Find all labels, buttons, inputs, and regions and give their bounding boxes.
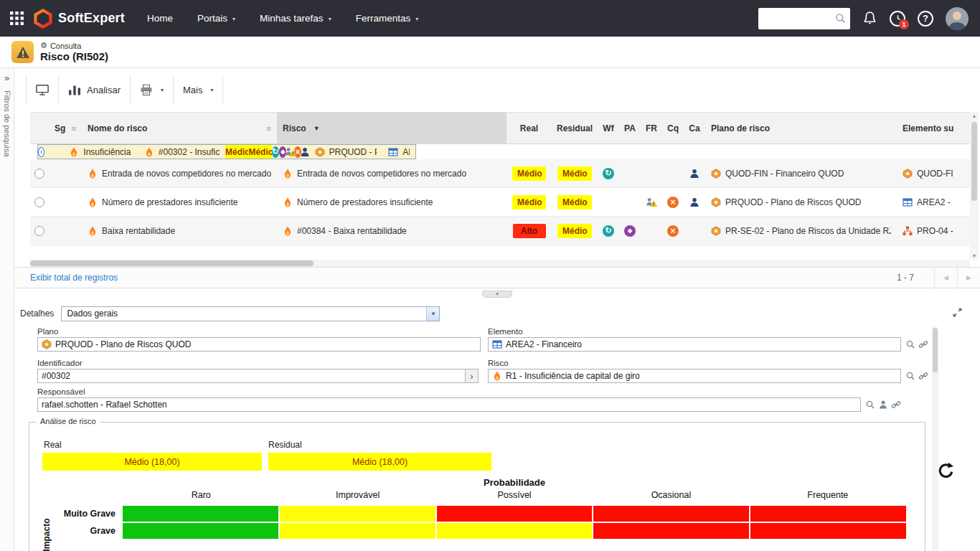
grid-header-row: Sg≡ Nome do risco≡ Risco▼ Real Residual … bbox=[30, 112, 970, 144]
action-plan-status-icon[interactable]: ◆ bbox=[279, 146, 286, 158]
row-radio[interactable] bbox=[34, 169, 44, 179]
workflow-status-icon[interactable]: ↻ bbox=[603, 168, 614, 179]
column-header-plano[interactable]: Plano de risco bbox=[705, 113, 897, 143]
table-row[interactable]: Entrada de novos competidores no mercado… bbox=[30, 159, 970, 188]
column-header-nome[interactable]: Nome do risco≡ bbox=[82, 113, 277, 143]
menu-portais[interactable]: Portais▾ bbox=[185, 0, 248, 37]
column-header-residual[interactable]: Residual bbox=[552, 113, 598, 143]
menu-home[interactable]: Home bbox=[135, 0, 185, 37]
analyst-person-icon[interactable] bbox=[689, 197, 700, 208]
control-quality-icon[interactable]: × bbox=[294, 146, 301, 158]
matrix-cell[interactable] bbox=[123, 506, 278, 522]
matrix-cell[interactable] bbox=[280, 506, 435, 522]
workflow-status-icon[interactable]: ↻ bbox=[272, 146, 279, 158]
elemento-search-button[interactable] bbox=[904, 338, 916, 351]
identificador-field[interactable]: #00302 bbox=[37, 369, 466, 383]
matrix-cell[interactable] bbox=[437, 506, 593, 522]
splitter-handle[interactable]: ▾ bbox=[482, 291, 512, 298]
responsavel-search-button[interactable] bbox=[864, 398, 876, 411]
column-header-pa[interactable]: PA bbox=[619, 113, 641, 143]
view-record-button[interactable] bbox=[26, 75, 59, 104]
identificador-next-button[interactable]: › bbox=[466, 369, 479, 383]
chevron-down-icon[interactable]: ▾ bbox=[161, 87, 164, 93]
refresh-details-button[interactable] bbox=[936, 461, 956, 484]
table-row[interactable]: Baixa rentabilidade #00384 - Baixa renta… bbox=[30, 217, 970, 245]
matrix-cell[interactable] bbox=[123, 523, 278, 539]
row-radio[interactable] bbox=[34, 197, 44, 207]
table-horizontal-scrollbar[interactable] bbox=[30, 260, 970, 267]
pending-activities-button[interactable]: 1 bbox=[890, 11, 905, 27]
column-header-elemento[interactable]: Elemento su bbox=[897, 113, 970, 143]
risco-field[interactable]: R1 - Insuficiência de capital de giro bbox=[488, 369, 901, 383]
control-quality-icon[interactable]: × bbox=[667, 225, 679, 237]
panel-splitter[interactable]: ▾ bbox=[14, 288, 980, 300]
control-quality-icon[interactable]: × bbox=[667, 197, 679, 208]
filters-panel-collapsed[interactable]: » Filtros de pesquisa bbox=[0, 68, 14, 551]
risco-associate-button[interactable] bbox=[917, 369, 929, 382]
matrix-cell[interactable] bbox=[593, 506, 749, 522]
help-button[interactable]: ? bbox=[918, 11, 933, 27]
risco-search-button[interactable] bbox=[904, 369, 916, 382]
scroll-up-icon[interactable]: ▲ bbox=[972, 113, 977, 118]
plano-field[interactable]: PRQUOD - Plano de Riscos QUOD bbox=[37, 337, 481, 352]
matrix-cell[interactable] bbox=[593, 523, 749, 539]
details-vertical-scrollbar[interactable] bbox=[932, 326, 938, 551]
column-menu-icon[interactable]: ≡ bbox=[72, 124, 76, 133]
chevron-down-icon[interactable]: ▼ bbox=[426, 307, 439, 321]
column-header-wf[interactable]: Wf bbox=[598, 113, 619, 143]
analyst-person-icon[interactable] bbox=[301, 146, 308, 158]
responsavel-associate-button[interactable] bbox=[890, 398, 902, 411]
column-header-fr[interactable]: FR bbox=[641, 113, 662, 143]
row-radio[interactable] bbox=[38, 147, 44, 157]
expand-filters-icon[interactable]: » bbox=[4, 72, 9, 83]
matrix-cell[interactable] bbox=[280, 523, 435, 539]
show-total-link[interactable]: Exibir total de registros bbox=[30, 273, 118, 283]
more-button[interactable]: Mais ▾ bbox=[174, 75, 223, 104]
table-row[interactable]: Número de prestadores insuficiente Númer… bbox=[30, 188, 970, 217]
action-plan-status-icon[interactable]: ◆ bbox=[624, 225, 636, 237]
global-search-box[interactable] bbox=[758, 8, 850, 29]
column-menu-icon[interactable]: ≡ bbox=[267, 124, 271, 133]
analyze-button[interactable]: Analisar bbox=[59, 75, 131, 104]
row-radio[interactable] bbox=[34, 226, 44, 236]
refresh-icon bbox=[936, 461, 956, 481]
risk-owner-warning-icon[interactable] bbox=[646, 197, 657, 208]
notifications-bell-icon[interactable] bbox=[862, 11, 877, 26]
scrollbar-thumb[interactable] bbox=[933, 328, 938, 372]
menu-ferramentas[interactable]: Ferramentas▾ bbox=[344, 0, 431, 37]
table-row[interactable]: Insuficiência de capital de giro #00302 … bbox=[37, 144, 416, 159]
user-avatar[interactable] bbox=[946, 7, 969, 30]
sg-cell bbox=[49, 188, 82, 216]
column-header-ca[interactable]: Ca bbox=[684, 113, 705, 143]
maximize-details-button[interactable] bbox=[952, 307, 963, 321]
column-header-sg[interactable]: Sg≡ bbox=[49, 113, 82, 143]
elemento-associate-button[interactable] bbox=[917, 338, 929, 351]
apps-grid-button[interactable] bbox=[0, 11, 27, 25]
column-header-real[interactable]: Real bbox=[507, 113, 552, 143]
next-page-button[interactable]: ▶ bbox=[957, 268, 980, 288]
workflow-status-icon[interactable]: ↻ bbox=[603, 225, 614, 237]
table-vertical-scrollbar[interactable]: ▲ ▼ bbox=[970, 112, 979, 260]
responsavel-user-button[interactable] bbox=[877, 398, 889, 411]
details-form: Plano PRQUOD - Plano de Riscos QUOD Elem… bbox=[29, 324, 954, 551]
previous-page-button[interactable]: ◀ bbox=[934, 268, 957, 288]
matrix-cell[interactable] bbox=[437, 523, 593, 539]
brand-logo[interactable]: SoftExpert bbox=[34, 9, 125, 29]
menu-minhas-tarefas[interactable]: Minhas tarefas▾ bbox=[248, 0, 344, 37]
responsavel-field[interactable]: rafael.schotten - Rafael Schotten bbox=[37, 397, 861, 412]
elemento-field[interactable]: AREA2 - Financeiro bbox=[488, 337, 901, 352]
scrollbar-thumb[interactable] bbox=[30, 260, 314, 266]
navbar-right: 1 ? bbox=[758, 7, 980, 30]
matrix-cell[interactable] bbox=[750, 523, 906, 539]
print-button[interactable]: ▾ bbox=[131, 75, 174, 104]
analyst-person-icon[interactable] bbox=[689, 168, 700, 179]
risk-owner-warning-icon[interactable] bbox=[286, 146, 293, 158]
column-header-risco-sorted[interactable]: Risco▼ bbox=[277, 113, 507, 143]
risk-id-name: #00384 - Baixa rentabilidade bbox=[297, 226, 407, 236]
matrix-cell[interactable] bbox=[750, 506, 906, 522]
details-view-select[interactable]: Dados gerais ▼ bbox=[61, 306, 440, 321]
scroll-down-icon[interactable]: ▼ bbox=[972, 253, 977, 258]
global-search-input[interactable] bbox=[764, 14, 835, 24]
column-header-cq[interactable]: Cq bbox=[662, 113, 684, 143]
scrollbar-thumb[interactable] bbox=[971, 122, 977, 201]
